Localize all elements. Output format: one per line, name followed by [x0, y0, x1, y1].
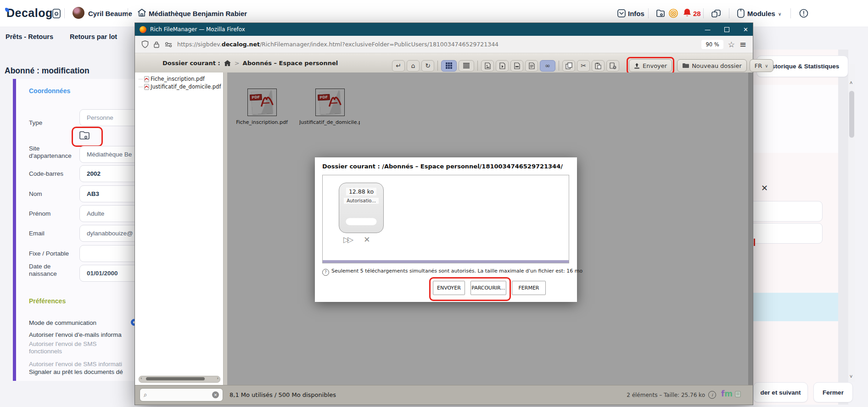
scroll-right-icon[interactable]: ›	[217, 376, 218, 380]
upload-dialog: Dossier courant : /Abonnés – Espace pers…	[315, 157, 577, 302]
page-scrollbar[interactable]: ˄ ˅	[848, 64, 855, 382]
pref-sms-fonctionnels[interactable]: Autoriser l'envoi de SMS fonctionnels	[29, 340, 116, 355]
upload-hint-text: Seulement 5 téléchargements simultanés s…	[331, 268, 582, 274]
filter-images-button[interactable]	[481, 60, 494, 72]
pref-signaler-pret[interactable]: Signaler au prêt les documents dé	[29, 368, 139, 376]
nouveau-dossier-button[interactable]: Nouveau dossier	[677, 59, 747, 72]
validate-next-button[interactable]: der et suivant	[753, 382, 808, 402]
modules-icon[interactable]	[736, 8, 745, 18]
upload-hint: ?Seulement 5 téléchargements simultanés …	[322, 268, 582, 276]
scanner-icon[interactable]	[51, 8, 62, 19]
link-icon[interactable]	[711, 8, 722, 19]
library-name[interactable]: Médiathèque Benjamin Rabier	[149, 10, 247, 17]
pref-emails[interactable]: Autoriser l'envoi d'e-mails informa	[29, 331, 139, 339]
infos-icon[interactable]	[617, 9, 626, 18]
zoom-level-chip[interactable]: 90 %	[701, 40, 723, 49]
upload-item-actions: ▷▷ ✕	[343, 235, 370, 244]
clear-search-icon[interactable]: ✕	[212, 391, 219, 398]
view-list-button[interactable]	[459, 60, 474, 72]
right-panel-card	[753, 85, 838, 153]
documents-folder-icon[interactable]	[78, 130, 90, 141]
infos-label[interactable]: Infos	[628, 10, 644, 17]
breadcrumb-folder[interactable]: Abonnés – Espace personnel	[243, 60, 338, 67]
storage-status: 8,1 Mo utilisés / 500 Mo disponibles	[230, 391, 336, 398]
url-field[interactable]: https://sigbdev.decalog.net/RichFilemana…	[177, 41, 697, 48]
filter-videos-button[interactable]	[496, 60, 509, 72]
scroll-left-icon[interactable]: ‹	[140, 376, 142, 380]
firefox-titlebar[interactable]: Rich FileManager — Mozilla Firefox — ✕	[135, 23, 753, 36]
return-button[interactable]: ↵	[392, 60, 405, 72]
pref-mode-communication: Mode de communication	[29, 319, 139, 327]
info-icon[interactable]: i	[708, 391, 716, 399]
pref-sms-informatifs[interactable]: Autoriser l'envoi de SMS informati	[29, 361, 139, 368]
tree-file-name: Justificatif_de_domicile.pdf	[151, 84, 221, 90]
menu-hamburger-icon[interactable]: ≡	[739, 39, 746, 49]
url-scheme: https://sigbdev.	[177, 41, 222, 48]
scrollbar-thumb[interactable]	[146, 377, 205, 380]
scroll-down-icon[interactable]: ˅	[850, 374, 852, 379]
broadcast-icon[interactable]	[668, 8, 679, 19]
filter-all-button[interactable]: ∞	[540, 60, 555, 72]
envoyer-button[interactable]: Envoyer	[629, 59, 672, 72]
upload-total-progress	[323, 260, 569, 263]
start-upload-icon[interactable]: ▷▷	[343, 235, 352, 244]
notification-bell-icon[interactable]	[682, 8, 692, 18]
remove-upload-icon[interactable]: ✕	[364, 235, 370, 244]
permissions-icon[interactable]	[164, 42, 173, 47]
filter-text-button[interactable]	[525, 60, 538, 72]
birthdate-label: Date de naissance	[29, 263, 66, 277]
modules-label[interactable]: Modules	[747, 10, 775, 17]
search-box[interactable]: ⌕ ✕	[140, 388, 223, 401]
panel-splitter[interactable]	[224, 72, 227, 385]
cut-button[interactable]: ✂	[577, 60, 590, 72]
scroll-up-icon[interactable]: ˄	[850, 80, 852, 85]
search-icon: ⌕	[144, 391, 147, 399]
filter-documents-button[interactable]	[510, 60, 523, 72]
upload-dialog-title: Dossier courant : /Abonnés – Espace pers…	[322, 163, 563, 170]
tree-horizontal-scrollbar[interactable]: ‹ ›	[139, 376, 220, 383]
bookmark-star-icon[interactable]: ☆	[728, 40, 735, 49]
divider	[64, 8, 65, 18]
search-input[interactable]	[150, 391, 209, 399]
upload-file-card[interactable]: 12.88 ko Autorisatio...	[339, 183, 384, 233]
minimize-button[interactable]: —	[705, 26, 711, 33]
selection-status: 2 éléments – Taille: 25.76 ko	[627, 392, 705, 398]
tab-prets-retours[interactable]: Prêts - Retours	[6, 33, 53, 40]
tab-retours-par-lot[interactable]: Retours par lot	[70, 33, 117, 40]
alert-icon[interactable]	[799, 8, 809, 18]
dialog-parcourir-button[interactable]: PARCOURIR...	[470, 281, 506, 295]
avatar[interactable]	[73, 7, 84, 19]
dialog-fermer-button[interactable]: FERMER	[512, 281, 546, 295]
delete-button[interactable]	[606, 60, 619, 72]
copy-button[interactable]	[562, 60, 575, 72]
firefox-urlbar[interactable]: https://sigbdev.decalog.net/RichFilemana…	[135, 36, 753, 53]
refresh-button[interactable]: ↻	[421, 60, 434, 72]
notification-count[interactable]: 28	[693, 10, 701, 17]
close-window-button[interactable]: ✕	[743, 26, 748, 33]
paste-button[interactable]	[592, 60, 605, 72]
view-grid-button[interactable]	[441, 60, 457, 72]
section-preferences: Préférences	[29, 297, 66, 305]
divider	[729, 8, 729, 18]
language-select[interactable]: FR ∨	[750, 59, 773, 72]
dialog-envoyer-button[interactable]: ENVOYER	[433, 281, 465, 295]
url-path: /RichFilemanager/index.html?exclusiveFol…	[260, 41, 498, 48]
library-icon	[137, 8, 147, 18]
divider	[703, 8, 704, 18]
shield-icon[interactable]	[141, 40, 149, 48]
filemanager-toolbar: Dossier courant : > Abonnés – Espace per…	[135, 53, 753, 73]
maximize-button[interactable]	[724, 27, 729, 32]
scrollbar-thumb[interactable]	[849, 91, 854, 138]
tree-item[interactable]: Justificatif_de_domicile.pdf	[135, 83, 223, 90]
home-icon[interactable]	[224, 60, 231, 67]
lock-icon[interactable]	[153, 41, 160, 48]
nom-label: Nom	[29, 190, 42, 197]
close-icon[interactable]: ✕	[761, 183, 768, 193]
upload-dropzone[interactable]: 12.88 ko Autorisatio... ▷▷ ✕	[322, 175, 569, 263]
fermer-page-button[interactable]: Fermer	[813, 382, 853, 402]
tree-item[interactable]: Fiche_inscription.pdf	[135, 72, 223, 83]
section-coordonnees: Coordonnées	[29, 87, 70, 95]
home-button[interactable]: ⌂	[407, 60, 420, 72]
user-name[interactable]: Cyril Beaume	[88, 10, 132, 17]
shared-folder-icon[interactable]	[655, 8, 666, 18]
